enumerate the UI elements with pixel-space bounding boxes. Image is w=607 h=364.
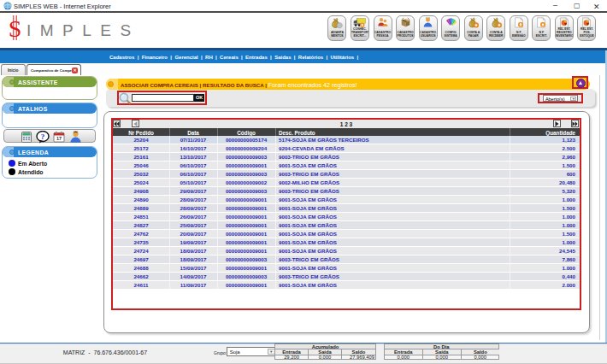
svg-text:S: S bbox=[9, 15, 22, 41]
svg-text:?: ? bbox=[41, 132, 45, 140]
svg-text:17: 17 bbox=[56, 136, 62, 141]
